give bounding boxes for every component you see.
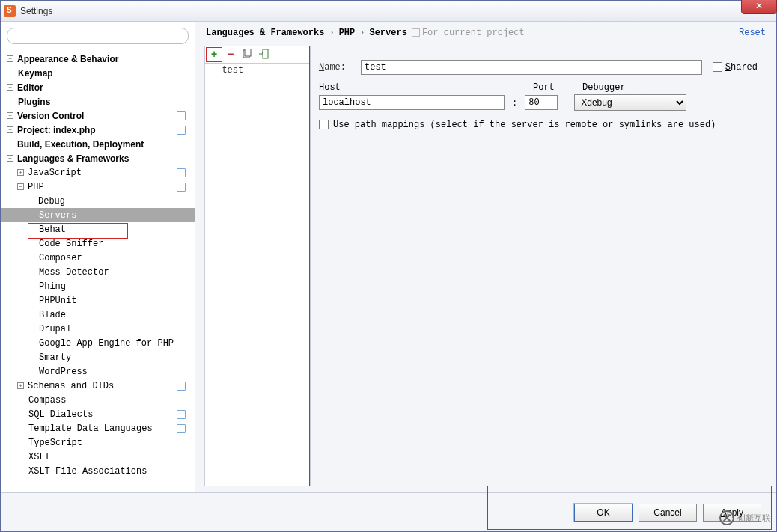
crumb-servers[interactable]: Servers — [369, 28, 406, 38]
tree-item-label: Appearance & Behavior — [17, 54, 118, 64]
expand-toggle-icon[interactable]: + — [7, 126, 13, 133]
tree-item-behat[interactable]: Behat — [1, 222, 195, 236]
close-button[interactable]: ✕ — [741, 0, 777, 14]
host-label: Host — [319, 82, 514, 93]
tree-item-label: Keymap — [18, 68, 53, 79]
tree-item-smarty[interactable]: Smarty — [1, 350, 195, 364]
tree-item-label: PHP — [28, 182, 44, 192]
tree-item-languages-frameworks[interactable]: −Languages & Frameworks — [1, 151, 195, 165]
tree-item-label: Blade — [39, 310, 66, 320]
expand-toggle-icon[interactable]: + — [7, 55, 13, 62]
host-input[interactable] — [319, 95, 505, 110]
tree-item-composer[interactable]: Composer — [1, 251, 195, 265]
tree-item-plugins[interactable]: Plugins — [1, 94, 195, 108]
project-icon — [412, 28, 420, 37]
tree-item-label: SQL Dialects — [28, 409, 93, 420]
tree-item-label: Phing — [39, 281, 66, 292]
shared-checkbox[interactable] — [713, 62, 725, 73]
tree-item-typescript[interactable]: TypeScript — [1, 435, 195, 450]
server-form: Name: Shared Host Port Debugger : — [309, 46, 767, 486]
path-mappings-label: Use path mappings (select if the server … — [333, 120, 716, 130]
tree-item-version-control[interactable]: +Version Control — [1, 108, 195, 123]
tree-item-label: Version Control — [17, 111, 84, 121]
tree-item-project-index-php[interactable]: +Project: index.php — [1, 123, 195, 137]
tree-item-label: Smarty — [39, 352, 71, 363]
dialog-button-bar: OK Cancel Apply — [1, 492, 776, 531]
tree-item-label: Project: index.php — [17, 125, 96, 135]
crumb-separator: › — [359, 28, 365, 38]
crumb-root[interactable]: Languages & Frameworks — [206, 28, 324, 38]
tree-item-phing[interactable]: Phing — [1, 279, 195, 293]
tree-item-wordpress[interactable]: WordPress — [1, 364, 195, 379]
server-name-input[interactable] — [361, 60, 702, 75]
window-title: Settings — [20, 6, 52, 16]
server-list-item[interactable]: test — [205, 64, 310, 77]
path-mappings-checkbox[interactable] — [319, 120, 333, 130]
tree-item-servers[interactable]: Servers — [1, 208, 195, 222]
tree-item-label: Languages & Frameworks — [17, 153, 129, 164]
tree-item-sql-dialects[interactable]: SQL Dialects — [1, 407, 195, 421]
expand-toggle-icon[interactable]: − — [7, 155, 13, 162]
tree-item-php[interactable]: −PHP — [1, 180, 195, 194]
apply-button[interactable]: Apply — [703, 504, 761, 522]
tree-item-xslt-file-associations[interactable]: XSLT File Associations — [1, 464, 195, 478]
tree-item-debug[interactable]: +Debug — [1, 194, 195, 208]
tree-item-label: Google App Engine for PHP — [39, 338, 174, 349]
tree-item-label: PHPUnit — [39, 296, 76, 306]
breadcrumb: Languages & Frameworks › PHP › Servers F… — [195, 22, 776, 40]
tree-item-label: Drupal — [39, 324, 71, 334]
cancel-button[interactable]: Cancel — [639, 504, 697, 522]
import-server-icon[interactable] — [258, 48, 269, 60]
tree-item-label: Composer — [39, 253, 82, 263]
expand-toggle-icon[interactable]: + — [7, 84, 13, 91]
reset-link[interactable]: Reset — [739, 28, 766, 38]
expand-toggle-icon[interactable]: + — [7, 141, 13, 147]
tree-item-xslt[interactable]: XSLT — [1, 450, 195, 464]
expand-toggle-icon[interactable]: + — [17, 382, 24, 389]
server-list[interactable]: test — [204, 63, 311, 486]
name-label: Name: — [319, 62, 361, 73]
shared-label: Shared — [725, 62, 758, 73]
tree-item-label: XSLT — [28, 452, 50, 462]
tree-item-mess-detector[interactable]: Mess Detector — [1, 265, 195, 279]
tree-item-label: XSLT File Associations — [28, 466, 147, 477]
tree-item-javascript[interactable]: +JavaScript — [1, 165, 195, 180]
tree-item-label: Behat — [39, 224, 66, 235]
expand-toggle-icon[interactable]: + — [7, 112, 13, 119]
tree-item-schemas-and-dtds[interactable]: +Schemas and DTDs — [1, 379, 195, 393]
tree-item-template-data-languages[interactable]: Template Data Languages — [1, 421, 195, 435]
tree-item-google-app-engine-for-php[interactable]: Google App Engine for PHP — [1, 336, 195, 350]
tree-item-compass[interactable]: Compass — [1, 393, 195, 407]
project-scope-icon — [177, 410, 186, 419]
tree-item-label: Build, Execution, Deployment — [17, 139, 144, 150]
tree-item-code-sniffer[interactable]: Code Sniffer — [1, 236, 195, 251]
copy-server-icon[interactable] — [241, 48, 253, 60]
expand-toggle-icon[interactable]: + — [17, 169, 24, 176]
tree-item-keymap[interactable]: Keymap — [1, 66, 195, 80]
port-input[interactable] — [525, 95, 558, 110]
ok-button[interactable]: OK — [574, 504, 633, 522]
expand-toggle-icon[interactable]: + — [28, 198, 34, 204]
tree-item-appearance-behavior[interactable]: +Appearance & Behavior — [1, 52, 195, 66]
debugger-label: Debugger — [582, 82, 758, 93]
settings-tree[interactable]: +Appearance & BehaviorKeymap+EditorPlugi… — [1, 50, 195, 492]
host-port-separator: : — [512, 97, 517, 108]
server-list-panel: + − test — [204, 46, 311, 486]
search-input[interactable] — [7, 28, 189, 44]
debugger-select[interactable]: Xdebug — [574, 94, 686, 111]
tree-item-label: Template Data Languages — [28, 424, 153, 434]
project-scope-icon — [177, 126, 186, 135]
tree-item-editor[interactable]: +Editor — [1, 80, 195, 94]
tree-item-build-execution-deployment[interactable]: +Build, Execution, Deployment — [1, 137, 195, 151]
tree-item-phpunit[interactable]: PHPUnit — [1, 293, 195, 308]
tree-item-label: TypeScript — [28, 438, 82, 448]
add-server-icon[interactable]: + — [208, 48, 220, 60]
expand-toggle-icon[interactable]: − — [17, 183, 24, 190]
remove-server-icon[interactable]: − — [225, 48, 237, 60]
crumb-php[interactable]: PHP — [339, 28, 356, 38]
titlebar: Settings ✕ — [1, 1, 776, 22]
tree-item-label: Code Sniffer — [39, 239, 103, 249]
project-scope-icon — [177, 111, 186, 120]
tree-item-drupal[interactable]: Drupal — [1, 322, 195, 336]
tree-item-blade[interactable]: Blade — [1, 308, 195, 322]
